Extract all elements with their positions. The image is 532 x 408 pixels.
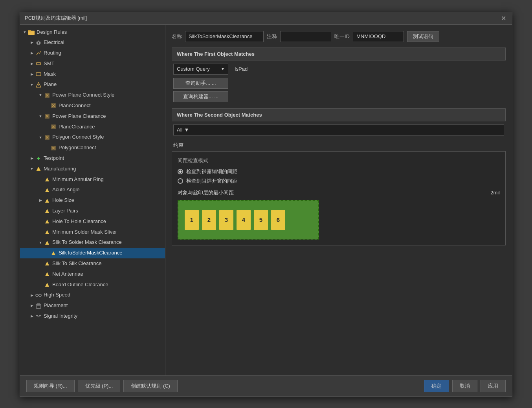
rule-header: 名称 注释 唯一ID 测试语句 [172, 31, 506, 42]
tree-item-design-rules[interactable]: ▼ Design Rules [20, 27, 165, 38]
constraint-section: 间距检查模式 检查到裸露铺铜的间距 检查到阻焊开窗的间距 对象与丝印层的最小间距… [172, 151, 506, 245]
name-input[interactable] [185, 31, 264, 42]
routing-icon [35, 49, 42, 57]
toggle-signal-integrity: ▶ [29, 313, 35, 319]
tree-label-silk-solder: Silk To Solder Mask Clearance [52, 238, 122, 247]
gear-icon [35, 39, 42, 46]
tree-item-power-plane-clearance[interactable]: ▼ Power Plane Clearance [20, 111, 165, 122]
tree-label-smt: SMT [44, 60, 54, 68]
comment-label: 注释 [267, 33, 277, 40]
tree-item-min-solder[interactable]: ▶ Minimum Solder Mask Sliver [20, 227, 165, 238]
tree-item-placement[interactable]: ▶ Placement [20, 300, 165, 311]
tree-label-plane-clearance: PlaneClearance [59, 123, 95, 131]
svg-marker-31 [45, 220, 49, 223]
tree-item-silk-solder-rule[interactable]: ▶ SilkToSolderMaskClearance [20, 248, 165, 258]
tree-label-polygon-connect: PolygonConnect [59, 144, 96, 152]
plane-connect-icon [50, 102, 57, 109]
query-builder-button[interactable]: 查询构建器... ... [173, 91, 228, 102]
bottom-right-buttons: 确定 取消 应用 [424, 380, 506, 392]
toggle-ppc: ▼ [37, 113, 44, 119]
svg-marker-29 [45, 199, 49, 203]
tree-item-net-antennae[interactable]: ▶ Net Antennae [20, 269, 165, 280]
tree-item-smt[interactable]: ▶ SMT [20, 59, 165, 69]
ok-button[interactable]: 确定 [424, 380, 449, 392]
tree-item-silk-solder[interactable]: ▼ Silk To Solder Mask Clearance [20, 237, 165, 248]
title-bar: PCB规则及约束编辑器 [mil] ✕ [20, 12, 512, 25]
tree-label-board-outline: Board Outline Clearance [52, 281, 108, 289]
test-button[interactable]: 测试语句 [407, 31, 439, 42]
testpoint-icon: + [35, 155, 42, 162]
tree-item-acute-angle[interactable]: ▶ Acute Angle [20, 185, 165, 195]
radio-group: 检查到裸露铺铜的间距 检查到阻焊开窗的间距 [178, 168, 500, 185]
net-antennae-icon [44, 271, 51, 278]
tree-label-hole-size: Hole Size [52, 196, 74, 205]
cancel-button[interactable]: 取消 [452, 380, 477, 392]
tree-item-polygon-connect-style[interactable]: ▼ Polygon Connect Style [20, 132, 165, 143]
tree-item-manufacturing[interactable]: ▼ Manufacturing [20, 164, 165, 174]
tree-label-ppc: Power Plane Clearance [52, 112, 106, 121]
second-object-select[interactable]: All ▼ [173, 124, 504, 135]
apply-button[interactable]: 应用 [481, 380, 506, 392]
radio-item-2[interactable]: 检查到阻焊开窗的间距 [178, 177, 500, 185]
custom-query-select[interactable]: Custom Query ▼ [173, 64, 228, 75]
hole-size-icon [44, 197, 51, 204]
rules-wizard-button[interactable]: 规则向导 (R)... [26, 380, 75, 392]
tree-item-hole-to-hole[interactable]: ▶ Hole To Hole Clearance [20, 216, 165, 227]
tree-item-electrical[interactable]: ▶ Electrical [20, 37, 165, 48]
tree-item-silk-silk[interactable]: ▶ Silk To Silk Clearance [20, 258, 165, 269]
main-window: PCB规则及约束编辑器 [mil] ✕ ▼ Design Rules ▶ Ele… [20, 12, 512, 397]
toggle-ppcs: ▼ [37, 92, 44, 99]
tree-item-mask[interactable]: ▶ Mask [20, 69, 165, 80]
tree-item-high-speed[interactable]: ▶ High Speed [20, 290, 165, 300]
tree-label-design-rules: Design Rules [37, 28, 67, 37]
radio-item-1[interactable]: 检查到裸露铺铜的间距 [178, 168, 500, 175]
tree-item-plane[interactable]: ▼ Plane [20, 79, 165, 90]
plane-clearance-icon [50, 123, 57, 130]
tree-item-layer-pairs[interactable]: ▶ Layer Pairs [20, 206, 165, 216]
radio-circle-1 [178, 169, 183, 174]
tree-label-plane: Plane [44, 81, 57, 89]
min-annular-icon [44, 176, 51, 183]
tree-label-testpoint: Testpoint [44, 154, 64, 163]
tree-item-min-annular[interactable]: ▶ Minimum Annular Ring [20, 174, 165, 185]
create-default-button[interactable]: 创建默认规则 (C) [123, 380, 178, 392]
all-dropdown-arrow: ▼ [184, 127, 189, 133]
tree-item-board-outline[interactable]: ▶ Board Outline Clearance [20, 280, 165, 290]
signal-integrity-icon [35, 313, 42, 320]
svg-point-39 [39, 294, 41, 296]
tree-item-power-plane-connect-style[interactable]: ▼ Power Plane Connect Style [20, 90, 165, 101]
tree-label-electrical: Electrical [44, 38, 64, 47]
toggle-mask: ▶ [29, 71, 35, 77]
main-area: ▼ Design Rules ▶ Electrical ▶ [20, 25, 512, 375]
query-buttons: 查询助手... ... 查询构建器... ... [172, 78, 506, 102]
toggle-design-rules: ▼ [22, 29, 28, 35]
min-clearance-label: 对象与丝印层的最小间距 [178, 189, 234, 196]
pcb-pad-3: 3 [219, 210, 233, 230]
svg-marker-35 [45, 262, 49, 265]
query-helper-button[interactable]: 查询助手... ... [173, 78, 228, 89]
tree-label-manufacturing: Manufacturing [44, 165, 76, 173]
tree-item-signal-integrity[interactable]: ▶ Signal Integrity [20, 311, 165, 322]
tree-label-layer-pairs: Layer Pairs [52, 207, 78, 215]
tree-item-hole-size[interactable]: ▶ Hole Size [20, 195, 165, 206]
tree-item-routing[interactable]: ▶ Routing [20, 48, 165, 59]
tree-item-plane-clearance[interactable]: ▶ PlaneClearance [20, 122, 165, 132]
toggle-manufacturing: ▼ [29, 166, 35, 172]
window-title: PCB规则及约束编辑器 [mil] [25, 15, 87, 22]
toggle-high-speed: ▶ [29, 292, 35, 298]
comment-input[interactable] [280, 31, 331, 42]
tree-item-plane-connect[interactable]: ▶ PlaneConnect [20, 101, 165, 111]
unique-id-input[interactable] [353, 31, 404, 42]
svg-marker-30 [45, 209, 49, 213]
close-button[interactable]: ✕ [499, 14, 507, 22]
high-speed-icon [35, 292, 42, 299]
priority-button[interactable]: 优先级 (P)... [78, 380, 121, 392]
first-object-header: Where The First Object Matches [172, 48, 506, 60]
tree-item-testpoint[interactable]: ▶ + Testpoint [20, 153, 165, 164]
svg-rect-5 [36, 73, 41, 76]
min-clearance-value: 2mil [490, 190, 500, 196]
bottom-left-buttons: 规则向导 (R)... 优先级 (P)... 创建默认规则 (C) [26, 380, 178, 392]
toggle-electrical: ▶ [29, 40, 35, 46]
tree-label-plane-connect: PlaneConnect [59, 102, 91, 110]
tree-item-polygon-connect[interactable]: ▶ PolygonConnect [20, 143, 165, 153]
